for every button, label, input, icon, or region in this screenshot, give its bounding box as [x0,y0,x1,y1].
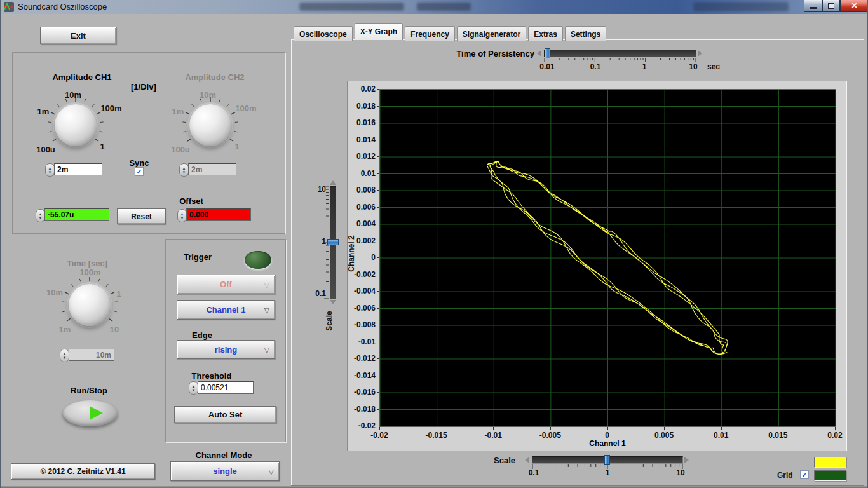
edge-value: rising [215,345,237,355]
offset-reset-button[interactable]: Reset [117,208,166,224]
persistency-slider-handle[interactable] [545,48,550,58]
x-scale-slider-handle[interactable] [604,455,610,465]
threshold-spinner[interactable]: ▲▼ [189,381,198,395]
grid-color-swatch[interactable] [814,470,846,481]
offset-ch2-display[interactable]: 0.000 [186,208,251,221]
y-tick [377,325,379,325]
y-tick-label: -0.006 [350,304,376,313]
x-tick-label: 0 [592,431,623,440]
tick-label: 1 [632,62,657,71]
x-tick-label: 0.02 [819,431,851,440]
tick-label: 10 [681,62,706,71]
title-bar: Soundcard Oszilloscope ✕ [1,0,868,14]
blurred-artifact [299,3,404,11]
persistency-slider-track[interactable] [544,50,696,57]
sync-checkbox[interactable]: ✓ [135,167,144,176]
minimize-button[interactable] [804,0,822,12]
y-tick [377,376,379,376]
y-tick [377,123,379,123]
tick-label: 0.1 [526,468,542,477]
restore-button[interactable] [822,0,840,12]
tab-settings[interactable]: Settings [565,26,606,41]
tab-extras[interactable]: Extras [528,26,563,41]
trigger-source-dropdown[interactable]: Channel 1 ▽ [177,300,275,320]
y-tick-label: -0.01 [350,337,376,346]
knob-scale-label: 1m [59,325,71,334]
knob-scale-label: 1 [100,142,104,151]
y-tick [377,224,379,224]
slider-left-arrow[interactable] [525,457,529,463]
auto-set-button[interactable]: Auto Set [174,406,276,423]
xy-plot-canvas [380,90,836,426]
knob-dial[interactable] [55,104,97,146]
y-tick [377,106,379,107]
amplitude-ch1-knob[interactable]: 100u 1m 10m 100m 1 [25,83,126,172]
offset-ch1-display[interactable]: -55.07u [44,208,109,221]
x-tick [664,427,665,430]
slider-left-arrow[interactable] [537,50,541,57]
x-tick-label: -0.02 [363,431,395,440]
edge-dropdown[interactable]: rising ▽ [177,340,275,359]
time-knob: 1m 10m 100m 1 10 [39,263,140,352]
y-tick-label: -0.008 [350,320,376,329]
offset-ch1-spinner[interactable]: ▲▼ [36,209,45,222]
pane-border [864,39,864,486]
knob-scale-label: 1m [172,107,184,116]
app-window: Soundcard Oszilloscope ✕ Exit Amplitude … [0,0,868,488]
knob-scale-label: 100u [36,145,55,154]
run-stop-label: Run/Stop [44,386,133,395]
amplitude-ch2-title: Amplitude CH2 [170,72,259,82]
y-tick [377,207,379,208]
x-scale-label: Scale [490,456,515,465]
knob-scale-label: 1 [234,142,239,151]
pane-border [291,39,292,485]
knob-dial [189,104,231,146]
trigger-title: Trigger [175,252,220,262]
trigger-mode-value: Off [220,280,232,289]
offset-ch2-spinner[interactable]: ▲▼ [177,209,187,222]
y-scale-slider-handle[interactable] [327,239,339,245]
trace-color-swatch[interactable] [814,457,846,468]
y-tick [377,190,379,191]
y-tick-label: 0.016 [350,118,376,127]
channel-mode-dropdown[interactable]: single ▽ [170,461,280,481]
y-tick-label: 0.006 [350,203,376,212]
grid-checkbox[interactable]: ✓ [800,470,809,479]
y-tick [377,409,379,410]
slider-down-arrow[interactable] [330,300,336,304]
window-title: Soundcard Oszilloscope [18,2,107,11]
close-button[interactable]: ✕ [840,0,868,12]
amplitude-ch1-spinner[interactable]: ▲▼ [45,163,55,177]
y-tick [377,257,379,258]
tick-label: 0.1 [583,62,608,71]
app-icon [4,2,14,12]
amplitude-ch1-value[interactable]: 2m [54,163,102,175]
restore-icon [828,3,834,9]
knob-scale-label: 100m [79,268,100,277]
slider-right-arrow[interactable] [698,50,702,57]
chevron-down-icon: ▽ [264,306,269,315]
slider-right-arrow[interactable] [684,457,689,463]
y-tick-label: -0.012 [350,354,376,363]
slider-up-arrow[interactable] [330,180,336,185]
xy-graph-panel: 0.020.0180.0160.0140.0120.010.0080.0060.… [347,81,847,451]
tab-signalgenerator[interactable]: Signalgenerator [457,26,526,41]
persistency-label: Time of Persistency [410,49,534,58]
x-tick-label: 0.015 [762,431,794,440]
knob-scale-label: 1m [37,107,50,116]
threshold-input[interactable]: 0.00521 [198,381,254,394]
amplitude-ch1-title: Amplitude CH1 [37,72,126,82]
y-scale-label: Scale [325,305,334,337]
tab-oscilloscope[interactable]: Oscilloscope [294,26,353,41]
run-stop-button[interactable] [63,400,118,426]
edge-label: Edge [180,330,224,340]
blurred-artifact [693,2,789,11]
y-tick-label: -0.016 [350,388,376,396]
x-tick [607,427,608,430]
tab-x-y-graph[interactable]: X-Y Graph [355,23,403,40]
trigger-mode-dropdown[interactable]: Off ▽ [177,274,275,294]
tab-frequency[interactable]: Frequency [405,26,455,41]
amplitude-ch2-value: 2m [188,163,236,175]
exit-button[interactable]: Exit [40,27,116,44]
xy-plot [379,89,836,427]
